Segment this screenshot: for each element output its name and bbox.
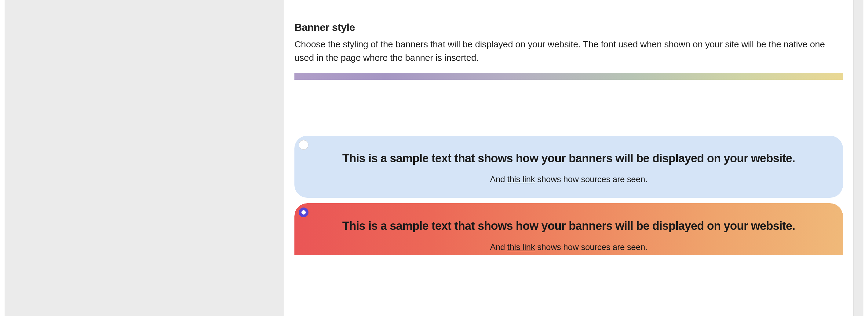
banner-option-gradient-pastel[interactable]: This is a sample text that shows how you… bbox=[294, 73, 843, 130]
section-description: Choose the styling of the banners that w… bbox=[294, 37, 843, 64]
banner-style-options: This is a sample text that shows how you… bbox=[294, 73, 843, 255]
banner-sample-link[interactable]: this link bbox=[507, 174, 535, 184]
banner-option-light-blue[interactable]: This is a sample text that shows how you… bbox=[294, 136, 843, 198]
banner-sample-link[interactable]: this link bbox=[507, 242, 535, 252]
banner-headline: This is a sample text that shows how you… bbox=[313, 151, 825, 166]
banner-headline: This is a sample text that shows how you… bbox=[313, 219, 825, 233]
banner-subtext: And this link shows how sources are seen… bbox=[313, 242, 825, 252]
page-edge-left bbox=[0, 0, 5, 316]
radio-selected-icon[interactable] bbox=[299, 207, 308, 217]
banner-subtext: And this link shows how sources are seen… bbox=[313, 174, 825, 184]
main-panel: Banner style Choose the styling of the b… bbox=[252, 0, 863, 316]
banner-option-gradient-warm[interactable]: This is a sample text that shows how you… bbox=[294, 203, 843, 255]
radio-unselected-icon[interactable] bbox=[299, 140, 308, 150]
section-title: Banner style bbox=[294, 21, 843, 33]
sidebar-region bbox=[5, 0, 252, 316]
settings-card: Banner style Choose the styling of the b… bbox=[284, 0, 854, 316]
page-edge-right bbox=[863, 0, 868, 316]
